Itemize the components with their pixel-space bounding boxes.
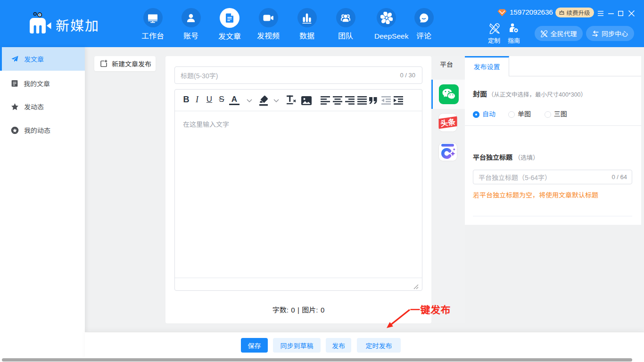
svg-text:头条: 头条 (439, 115, 456, 129)
